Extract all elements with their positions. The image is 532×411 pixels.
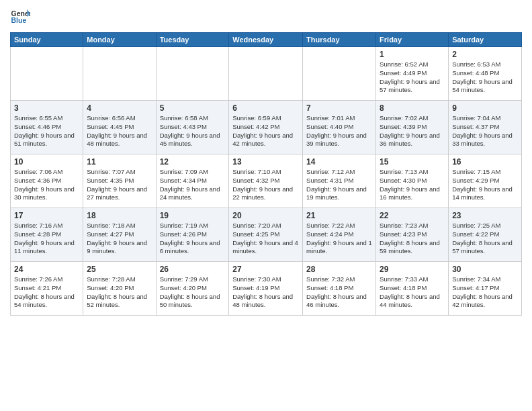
day-info: Sunrise: 7:01 AM Sunset: 4:40 PM Dayligh… — [306, 114, 372, 148]
day-info: Sunrise: 7:04 AM Sunset: 4:37 PM Dayligh… — [452, 114, 518, 148]
calendar-week-4: 24Sunrise: 7:26 AM Sunset: 4:21 PM Dayli… — [11, 262, 522, 316]
calendar-cell: 22Sunrise: 7:23 AM Sunset: 4:23 PM Dayli… — [376, 208, 449, 262]
calendar-cell: 14Sunrise: 7:12 AM Sunset: 4:31 PM Dayli… — [303, 154, 376, 208]
calendar-cell: 24Sunrise: 7:26 AM Sunset: 4:21 PM Dayli… — [11, 262, 83, 316]
day-number: 24 — [14, 265, 79, 274]
calendar-cell — [83, 47, 156, 101]
calendar-week-1: 3Sunrise: 6:55 AM Sunset: 4:46 PM Daylig… — [11, 101, 522, 154]
day-info: Sunrise: 6:52 AM Sunset: 4:49 PM Dayligh… — [380, 60, 445, 95]
day-number: 14 — [306, 157, 372, 167]
calendar-cell: 1Sunrise: 6:52 AM Sunset: 4:49 PM Daylig… — [376, 47, 449, 101]
page: General Blue SundayMondayTuesdayWednesda… — [0, 0, 532, 411]
calendar-cell: 27Sunrise: 7:30 AM Sunset: 4:19 PM Dayli… — [229, 262, 303, 316]
day-info: Sunrise: 7:28 AM Sunset: 4:20 PM Dayligh… — [87, 275, 152, 310]
day-info: Sunrise: 7:32 AM Sunset: 4:18 PM Dayligh… — [306, 275, 372, 310]
day-info: Sunrise: 7:22 AM Sunset: 4:24 PM Dayligh… — [306, 222, 372, 256]
day-number: 25 — [87, 265, 152, 274]
calendar-cell: 10Sunrise: 7:06 AM Sunset: 4:36 PM Dayli… — [11, 154, 83, 208]
day-number: 7 — [306, 103, 372, 113]
day-number: 17 — [14, 211, 79, 220]
day-info: Sunrise: 7:06 AM Sunset: 4:36 PM Dayligh… — [14, 168, 79, 202]
calendar-cell: 9Sunrise: 7:04 AM Sunset: 4:37 PM Daylig… — [449, 101, 522, 154]
day-number: 21 — [306, 211, 372, 220]
calendar: SundayMondayTuesdayWednesdayThursdayFrid… — [10, 32, 522, 316]
calendar-cell: 16Sunrise: 7:15 AM Sunset: 4:29 PM Dayli… — [449, 154, 522, 208]
day-number: 15 — [380, 157, 445, 167]
day-info: Sunrise: 7:29 AM Sunset: 4:20 PM Dayligh… — [160, 275, 226, 310]
day-number: 9 — [452, 103, 518, 113]
calendar-cell: 12Sunrise: 7:09 AM Sunset: 4:34 PM Dayli… — [156, 154, 229, 208]
column-header-tuesday: Tuesday — [156, 33, 229, 47]
day-number: 18 — [87, 211, 152, 220]
day-number: 23 — [452, 211, 518, 220]
day-number: 13 — [232, 157, 299, 167]
day-info: Sunrise: 7:33 AM Sunset: 4:18 PM Dayligh… — [380, 275, 445, 310]
day-number: 5 — [160, 103, 226, 113]
day-number: 2 — [452, 50, 518, 59]
day-info: Sunrise: 7:20 AM Sunset: 4:25 PM Dayligh… — [232, 222, 299, 256]
day-number: 8 — [380, 103, 445, 113]
calendar-cell: 6Sunrise: 6:59 AM Sunset: 4:42 PM Daylig… — [229, 101, 303, 154]
calendar-cell: 5Sunrise: 6:58 AM Sunset: 4:43 PM Daylig… — [156, 101, 229, 154]
day-number: 4 — [87, 103, 152, 113]
calendar-cell: 26Sunrise: 7:29 AM Sunset: 4:20 PM Dayli… — [156, 262, 229, 316]
day-info: Sunrise: 6:58 AM Sunset: 4:43 PM Dayligh… — [160, 114, 226, 148]
column-header-saturday: Saturday — [449, 33, 522, 47]
day-number: 19 — [160, 211, 226, 220]
logo-icon: General Blue — [10, 7, 30, 27]
calendar-cell: 7Sunrise: 7:01 AM Sunset: 4:40 PM Daylig… — [303, 101, 376, 154]
column-header-wednesday: Wednesday — [229, 33, 303, 47]
column-header-sunday: Sunday — [11, 33, 83, 47]
day-number: 10 — [14, 157, 79, 167]
header: General Blue — [10, 7, 522, 27]
calendar-cell: 28Sunrise: 7:32 AM Sunset: 4:18 PM Dayli… — [303, 262, 376, 316]
calendar-cell: 25Sunrise: 7:28 AM Sunset: 4:20 PM Dayli… — [83, 262, 156, 316]
calendar-cell: 3Sunrise: 6:55 AM Sunset: 4:46 PM Daylig… — [11, 101, 83, 154]
calendar-cell — [303, 47, 376, 101]
calendar-week-2: 10Sunrise: 7:06 AM Sunset: 4:36 PM Dayli… — [11, 154, 522, 208]
day-number: 26 — [160, 265, 226, 274]
calendar-cell — [11, 47, 83, 101]
day-number: 1 — [380, 50, 445, 59]
day-number: 3 — [14, 103, 79, 113]
calendar-cell — [229, 47, 303, 101]
day-number: 6 — [232, 103, 299, 113]
calendar-header-row: SundayMondayTuesdayWednesdayThursdayFrid… — [11, 33, 522, 47]
column-header-friday: Friday — [376, 33, 449, 47]
day-info: Sunrise: 6:55 AM Sunset: 4:46 PM Dayligh… — [14, 114, 79, 148]
calendar-cell: 18Sunrise: 7:18 AM Sunset: 4:27 PM Dayli… — [83, 208, 156, 262]
day-info: Sunrise: 7:25 AM Sunset: 4:22 PM Dayligh… — [452, 222, 518, 256]
day-number: 16 — [452, 157, 518, 167]
calendar-cell: 15Sunrise: 7:13 AM Sunset: 4:30 PM Dayli… — [376, 154, 449, 208]
day-info: Sunrise: 7:30 AM Sunset: 4:19 PM Dayligh… — [232, 275, 299, 310]
day-info: Sunrise: 7:09 AM Sunset: 4:34 PM Dayligh… — [160, 168, 226, 202]
day-number: 30 — [452, 265, 518, 274]
calendar-cell: 17Sunrise: 7:16 AM Sunset: 4:28 PM Dayli… — [11, 208, 83, 262]
day-info: Sunrise: 7:07 AM Sunset: 4:35 PM Dayligh… — [87, 168, 152, 202]
day-info: Sunrise: 7:16 AM Sunset: 4:28 PM Dayligh… — [14, 222, 79, 256]
day-info: Sunrise: 7:15 AM Sunset: 4:29 PM Dayligh… — [452, 168, 518, 202]
day-info: Sunrise: 6:53 AM Sunset: 4:48 PM Dayligh… — [452, 60, 518, 95]
day-info: Sunrise: 7:18 AM Sunset: 4:27 PM Dayligh… — [87, 222, 152, 256]
calendar-cell — [156, 47, 229, 101]
day-number: 12 — [160, 157, 226, 167]
logo: General Blue — [10, 7, 30, 27]
day-info: Sunrise: 7:34 AM Sunset: 4:17 PM Dayligh… — [452, 275, 518, 310]
day-info: Sunrise: 6:56 AM Sunset: 4:45 PM Dayligh… — [87, 114, 152, 148]
calendar-cell: 19Sunrise: 7:19 AM Sunset: 4:26 PM Dayli… — [156, 208, 229, 262]
day-info: Sunrise: 7:19 AM Sunset: 4:26 PM Dayligh… — [160, 222, 226, 256]
calendar-week-3: 17Sunrise: 7:16 AM Sunset: 4:28 PM Dayli… — [11, 208, 522, 262]
day-info: Sunrise: 7:10 AM Sunset: 4:32 PM Dayligh… — [232, 168, 299, 202]
calendar-cell: 20Sunrise: 7:20 AM Sunset: 4:25 PM Dayli… — [229, 208, 303, 262]
day-number: 20 — [232, 211, 299, 220]
calendar-cell: 11Sunrise: 7:07 AM Sunset: 4:35 PM Dayli… — [83, 154, 156, 208]
day-info: Sunrise: 7:02 AM Sunset: 4:39 PM Dayligh… — [380, 114, 445, 148]
calendar-week-0: 1Sunrise: 6:52 AM Sunset: 4:49 PM Daylig… — [11, 47, 522, 101]
day-number: 11 — [87, 157, 152, 167]
calendar-cell: 2Sunrise: 6:53 AM Sunset: 4:48 PM Daylig… — [449, 47, 522, 101]
calendar-cell: 23Sunrise: 7:25 AM Sunset: 4:22 PM Dayli… — [449, 208, 522, 262]
day-info: Sunrise: 7:23 AM Sunset: 4:23 PM Dayligh… — [380, 222, 445, 256]
column-header-monday: Monday — [83, 33, 156, 47]
day-number: 29 — [380, 265, 445, 274]
calendar-cell: 13Sunrise: 7:10 AM Sunset: 4:32 PM Dayli… — [229, 154, 303, 208]
